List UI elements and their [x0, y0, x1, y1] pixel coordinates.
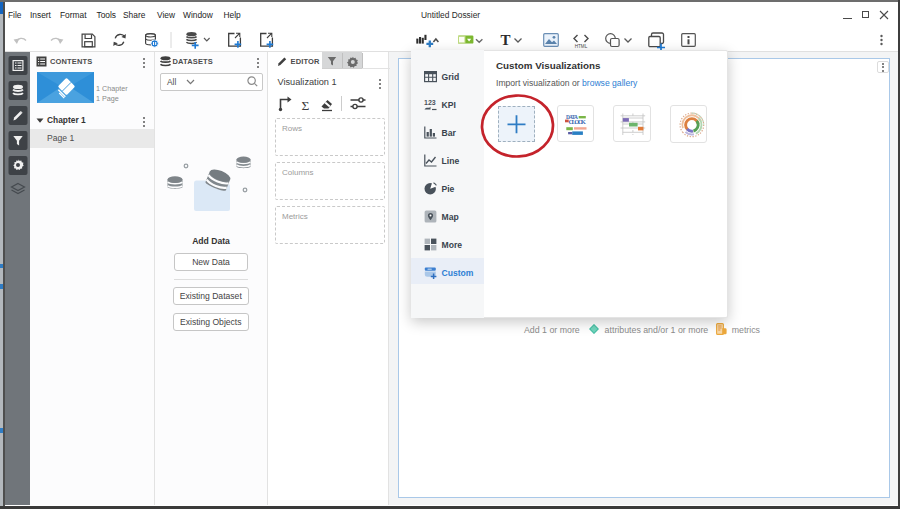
- svg-text:T: T: [501, 32, 511, 48]
- svg-text:123: 123: [424, 99, 436, 106]
- svg-text:Σ: Σ: [302, 98, 310, 113]
- svg-text:HTML: HTML: [575, 44, 588, 49]
- svg-text:CLOCK: CLOCK: [568, 118, 586, 125]
